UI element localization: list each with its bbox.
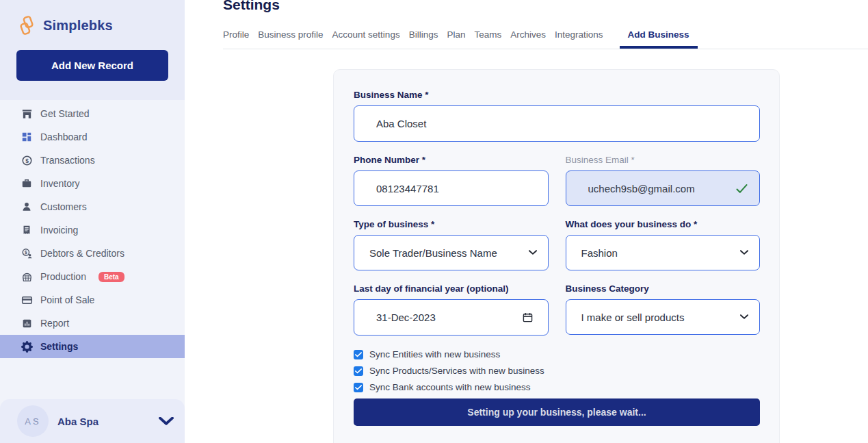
business-name-label: Business Name * [354,90,760,100]
tab-archives[interactable]: Archives [510,29,546,49]
gear-icon [21,340,33,353]
sidebar-item-label: Dashboard [40,131,88,142]
sidebar-item-get-started[interactable]: Get Started [0,102,185,125]
page-title: Settings [223,0,868,13]
receipt-icon [21,224,33,236]
checkbox-checked-icon [354,366,363,376]
financial-year-label: Last day of financial year (optional) [354,283,549,294]
svg-text:$: $ [25,249,27,255]
sidebar-item-label: Customers [40,201,87,212]
tab-business-profile[interactable]: Business profile [258,29,323,49]
financial-year-input[interactable] [376,300,523,335]
phone-number-input[interactable] [354,170,549,206]
logo-icon [16,15,37,36]
financial-year-field [354,299,549,336]
tab-profile[interactable]: Profile [223,29,249,49]
business-do-label: What does your business do * [566,219,761,229]
sidebar-item-label: Production [40,271,86,282]
sync-bank-accounts-checkbox[interactable]: Sync Bank accounts with new business [354,382,760,392]
business-name-input[interactable] [354,105,760,142]
business-category-select[interactable]: I make or sell products [566,299,761,335]
chevron-down-icon [159,417,174,426]
tab-add-business[interactable]: Add Business [620,29,698,49]
business-email-input[interactable] [588,171,736,205]
business-email-label: Business Email * [566,155,761,165]
debtors-icon: $ [21,247,33,260]
sidebar-item-label: Invoicing [40,225,78,236]
sidebar-item-inventory[interactable]: Inventory [0,172,185,195]
sidebar-item-invoicing[interactable]: Invoicing [0,218,185,242]
checkbox-checked-icon [354,350,363,359]
type-of-business-select[interactable]: Sole Trader/Business Name [354,235,549,270]
submit-button[interactable]: Setting up your business, please wait... [354,398,760,426]
sidebar-item-transactions[interactable]: $ Transactions [0,149,185,172]
business-category-label: Business Category [566,283,761,294]
sync-products-checkbox[interactable]: Sync Products/Services with new business [354,366,760,376]
business-do-select[interactable]: Fashion [566,235,761,270]
sidebar-item-point-of-sale[interactable]: Point of Sale [0,288,185,312]
sync-options: Sync Entities with new business Sync Pro… [354,349,760,392]
check-icon [735,183,748,194]
logo[interactable]: Simplebks [16,15,168,36]
tab-integrations[interactable]: Integrations [555,29,603,49]
sidebar-item-label: Inventory [40,178,80,189]
tab-account-settings[interactable]: Account settings [332,29,400,49]
chevron-down-icon [740,314,748,320]
coin-icon: $ [21,154,33,166]
sidebar-item-label: Transactions [40,155,95,166]
sidebar-header: Simplebks Add New Record [0,0,185,100]
sidebar-item-debtors-creditors[interactable]: $ Debtors & Creditors [0,242,185,265]
type-of-business-label: Type of business * [354,219,549,229]
sidebar-item-customers[interactable]: Customers [0,195,185,218]
sidebar: Simplebks Add New Record Get Started Das… [0,0,185,443]
sidebar-item-label: Get Started [40,108,90,119]
sidebar-item-production[interactable]: Production Beta [0,265,185,288]
briefcase-icon [21,177,33,190]
add-new-record-button[interactable]: Add New Record [16,50,168,81]
svg-text:$: $ [25,157,29,164]
sidebar-item-label: Report [40,318,69,329]
card-icon [21,294,33,306]
sidebar-item-label: Point of Sale [40,294,94,305]
phone-number-label: Phone Number * [354,155,549,165]
tab-billings[interactable]: Billings [409,29,438,49]
tab-teams[interactable]: Teams [474,29,501,49]
business-name: Aba Spa [57,416,159,427]
person-icon [21,201,33,213]
sidebar-nav: Get Started Dashboard $ Transactions Inv… [0,100,185,399]
business-email-field [566,170,761,206]
beta-badge: Beta [98,272,124,282]
sidebar-item-label: Debtors & Creditors [40,248,124,259]
logo-text: Simplebks [43,18,113,34]
report-icon [21,317,33,329]
business-switcher[interactable]: AS Aba Spa [0,399,185,443]
sidebar-item-dashboard[interactable]: Dashboard [0,125,185,149]
main-content: Settings Profile Business profile Accoun… [185,0,868,443]
sync-entities-checkbox[interactable]: Sync Entities with new business [354,349,760,359]
calendar-icon[interactable] [523,312,533,322]
production-icon [21,270,33,283]
tabs-bar: Profile Business profile Account setting… [223,29,868,49]
checkbox-checked-icon [354,383,363,392]
storefront-icon [21,107,33,120]
dashboard-icon [21,131,33,143]
add-business-form: Business Name * Phone Number * Business … [333,69,780,443]
sidebar-item-settings[interactable]: Settings [0,335,185,358]
tab-plan[interactable]: Plan [447,29,465,49]
sidebar-item-report[interactable]: Report [0,312,185,335]
avatar: AS [17,405,49,437]
chevron-down-icon [529,250,537,255]
chevron-down-icon [740,250,748,255]
sidebar-item-label: Settings [40,341,78,352]
